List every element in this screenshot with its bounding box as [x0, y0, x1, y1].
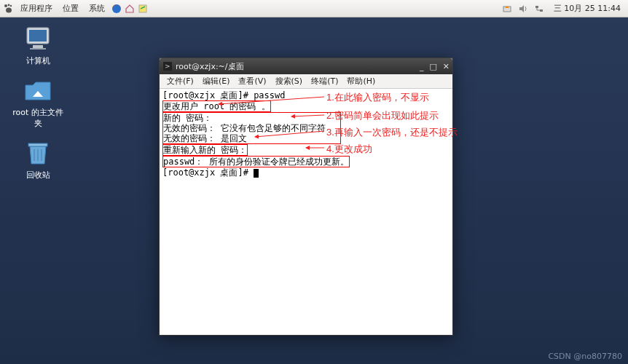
menu-terminal[interactable]: 终端(T) [308, 75, 341, 87]
desktop-icons: 计算机 root 的主文件夹 回收站 [9, 23, 67, 181]
svg-point-1 [8, 4, 10, 6]
menu-help[interactable]: 帮助(H) [344, 75, 378, 87]
icon-home[interactable]: root 的主文件夹 [9, 75, 67, 129]
highlight-box-1: 更改用户 root 的密码 。 [162, 100, 271, 112]
highlight-box-4: passwd： 所有的身份验证令牌已经成功更新。 [162, 156, 350, 167]
panel-left: 应用程序 位置 系统 [3, 1, 149, 15]
svg-rect-10 [29, 30, 47, 41]
menu-edit[interactable]: 编辑(E) [200, 75, 233, 87]
window-title: root@xzjx:~/桌面 [176, 61, 244, 72]
update-icon[interactable] [501, 3, 513, 15]
term-line-6: 重新输入新的 密码： [163, 145, 247, 155]
close-button[interactable]: ✕ [443, 62, 450, 71]
terminal-menubar: 文件(F) 编辑(E) 查看(V) 搜索(S) 终端(T) 帮助(H) [160, 74, 452, 89]
term-line-7: passwd： 所有的身份验证令牌已经成功更新。 [163, 157, 349, 167]
trash-icon [23, 138, 53, 168]
menu-applications[interactable]: 应用程序 [16, 1, 57, 15]
svg-point-2 [10, 4, 12, 6]
svg-point-3 [6, 7, 12, 12]
menu-system[interactable]: 系统 [85, 1, 109, 15]
volume-icon[interactable] [517, 3, 529, 15]
window-controls: _ □ ✕ [420, 62, 450, 71]
panel-right: 三 10月 25 11:44 [501, 1, 625, 15]
clock[interactable]: 三 10月 25 11:44 [549, 1, 625, 15]
minimize-button[interactable]: _ [420, 62, 424, 71]
icon-trash[interactable]: 回收站 [9, 138, 67, 181]
folder-home-icon [23, 75, 53, 106]
titlebar[interactable]: > root@xzjx:~/桌面 _ □ ✕ [160, 58, 452, 74]
svg-rect-13 [28, 143, 47, 146]
cursor [254, 169, 259, 178]
computer-icon [23, 23, 53, 54]
annotation-4: 4.更改成功 [326, 143, 372, 156]
menu-search[interactable]: 搜索(S) [272, 75, 306, 87]
icon-computer-label: 计算机 [26, 55, 50, 66]
icon-trash-label: 回收站 [26, 170, 50, 181]
term-line-4: 无效的密码： 它没有包含足够的不同字符 [163, 123, 340, 133]
svg-point-0 [4, 4, 7, 7]
firefox-icon[interactable] [111, 3, 122, 15]
network-icon[interactable] [533, 3, 545, 15]
terminal-icon: > [162, 61, 173, 71]
term-line-5: 无效的密码： 是回文 [163, 133, 340, 143]
svg-rect-5 [139, 5, 146, 12]
desktop: 应用程序 位置 系统 三 10月 25 11:44 计算机 root 的主文件夹… [0, 0, 628, 364]
svg-rect-11 [33, 45, 43, 48]
menu-places[interactable]: 位置 [58, 1, 83, 15]
term-line-2: 更改用户 root 的密码 。 [163, 101, 270, 111]
svg-rect-7 [535, 6, 538, 8]
watermark: CSDN @no807780 [548, 352, 622, 361]
term-line-8: [root@xzjx 桌面]# [162, 167, 254, 178]
highlight-box-3: 重新输入新的 密码： [162, 144, 248, 156]
gnome-foot-icon [3, 3, 15, 15]
icon-home-label: root 的主文件夹 [9, 107, 67, 129]
maximize-button[interactable]: □ [429, 62, 436, 71]
svg-rect-8 [540, 9, 543, 12]
icon-computer[interactable]: 计算机 [9, 23, 67, 66]
home-launcher-icon[interactable] [124, 3, 136, 15]
menu-view[interactable]: 查看(V) [235, 75, 269, 87]
term-line-3: 新的 密码： [162, 112, 341, 123]
svg-text:>: > [165, 63, 170, 70]
annotation-2: 2.密码简单会出现如此提示 [326, 109, 439, 122]
annotation-3: 3.再输入一次密码，还是不提示 [326, 126, 458, 139]
annotation-1: 1.在此输入密码，不显示 [326, 91, 429, 104]
svg-rect-12 [30, 48, 46, 50]
top-panel: 应用程序 位置 系统 三 10月 25 11:44 [0, 0, 628, 17]
note-launcher-icon[interactable] [137, 3, 149, 15]
menu-file[interactable]: 文件(F) [164, 75, 197, 87]
